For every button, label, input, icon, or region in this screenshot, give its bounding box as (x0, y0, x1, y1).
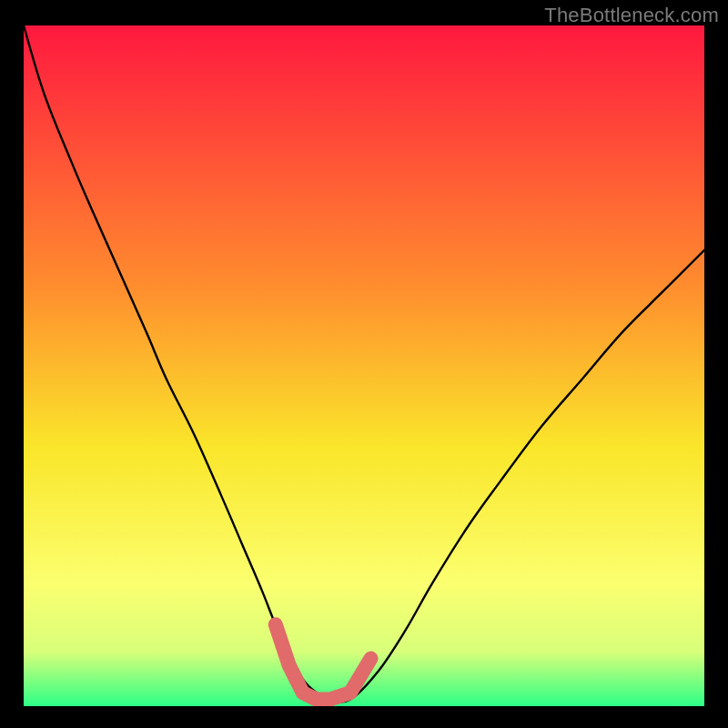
watermark-text: TheBottleneck.com (544, 4, 719, 27)
heatmap-background (24, 25, 704, 706)
chart-plot-area (24, 25, 704, 706)
chart-frame: TheBottleneck.com (0, 0, 728, 728)
chart-svg (24, 25, 704, 706)
